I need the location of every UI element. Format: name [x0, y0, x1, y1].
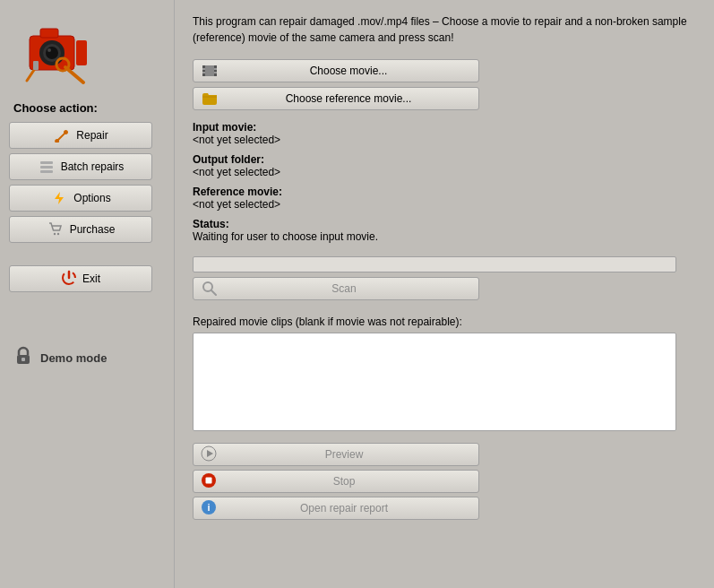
input-movie-value: <not yet selected>	[193, 134, 696, 146]
choose-action-label: Choose action:	[13, 101, 98, 115]
svg-rect-27	[202, 72, 205, 74]
status-value: Waiting for user to choose input movie.	[193, 230, 696, 243]
description-text: This program can repair damaged .mov/.mp…	[193, 13, 696, 46]
svg-rect-22	[22, 358, 25, 361]
batch-icon	[38, 158, 56, 176]
svg-line-31	[211, 290, 216, 295]
svg-point-5	[47, 48, 51, 52]
info-section: Input movie: <not yet selected> Output f…	[193, 121, 696, 243]
svg-rect-24	[202, 65, 205, 76]
output-folder-label: Output folder:	[193, 153, 696, 166]
output-folder-value: <not yet selected>	[193, 166, 696, 178]
lock-icon	[13, 346, 33, 370]
reference-movie-label: Reference movie:	[193, 186, 696, 198]
reference-movie-value: <not yet selected>	[193, 198, 696, 211]
cart-icon	[47, 220, 65, 238]
scan-button[interactable]: Scan	[193, 277, 479, 300]
status-label: Status:	[193, 218, 696, 230]
svg-rect-29	[214, 72, 217, 74]
choose-movie-row: Choose movie...	[193, 59, 696, 82]
stop-button[interactable]: Stop	[193, 470, 479, 493]
svg-rect-28	[214, 68, 217, 70]
choose-reference-row: Choose reference movie...	[193, 87, 696, 110]
choose-reference-button[interactable]: Choose reference movie...	[193, 87, 479, 110]
svg-rect-11	[33, 61, 39, 70]
svg-text:i: i	[207, 502, 210, 513]
stop-icon	[201, 472, 217, 491]
svg-point-4	[46, 47, 58, 59]
svg-rect-25	[214, 65, 217, 76]
options-button[interactable]: Options	[9, 185, 152, 212]
sidebar: Choose action: Repair Batch repairs	[0, 0, 175, 588]
svg-rect-7	[76, 40, 87, 65]
choose-movie-button[interactable]: Choose movie...	[193, 59, 479, 82]
scan-button-row: Scan	[193, 277, 696, 311]
bottom-buttons: Preview Stop i Open repair report	[193, 443, 696, 520]
preview-button[interactable]: Preview	[193, 443, 479, 466]
film-icon	[201, 62, 219, 80]
play-icon	[201, 445, 217, 464]
svg-rect-6	[40, 29, 58, 38]
open-report-button[interactable]: i Open repair report	[193, 497, 479, 520]
batch-repairs-button[interactable]: Batch repairs	[9, 153, 152, 180]
scan-icon	[201, 280, 217, 298]
svg-marker-16	[55, 192, 64, 204]
repaired-clips-textarea[interactable]	[193, 333, 676, 431]
svg-rect-15	[40, 170, 53, 173]
input-movie-label: Input movie:	[193, 121, 696, 134]
power-icon	[61, 270, 77, 289]
svg-point-17	[53, 233, 55, 235]
purchase-button[interactable]: Purchase	[9, 216, 152, 243]
lightning-icon	[50, 189, 68, 207]
app-logo	[22, 18, 90, 88]
svg-rect-26	[202, 68, 205, 70]
svg-marker-33	[207, 450, 213, 457]
svg-point-12	[56, 140, 58, 142]
demo-mode-indicator: Demo mode	[13, 346, 107, 370]
svg-rect-35	[206, 477, 212, 483]
info-icon: i	[201, 499, 217, 518]
progress-bar	[193, 256, 676, 272]
repair-button[interactable]: Repair	[9, 122, 152, 149]
main-panel: This program can repair damaged .mov/.mp…	[175, 0, 714, 588]
svg-point-18	[56, 233, 58, 235]
folder-icon	[201, 90, 219, 108]
repaired-clips-label: Repaired movie clips (blank if movie was…	[193, 316, 696, 328]
wrench-icon	[53, 126, 71, 144]
svg-rect-14	[40, 166, 53, 169]
svg-rect-13	[40, 161, 53, 164]
exit-button[interactable]: Exit	[9, 265, 152, 292]
